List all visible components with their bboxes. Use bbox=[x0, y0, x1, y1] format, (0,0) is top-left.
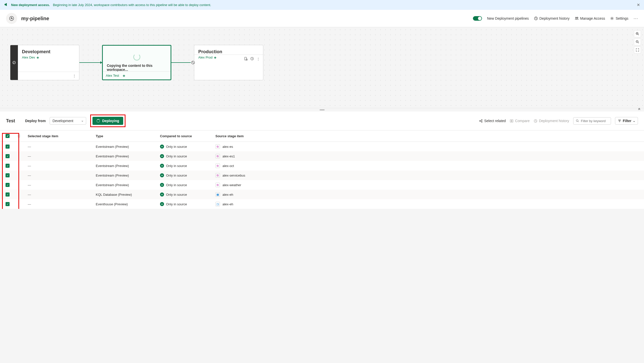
settings-link[interactable]: Settings bbox=[610, 16, 628, 20]
row-checkbox[interactable]: ✓ bbox=[6, 145, 10, 149]
page-title: my-pipeline bbox=[21, 16, 469, 21]
grip-icon: ═══ bbox=[320, 108, 324, 111]
header-compared[interactable]: Compared to source bbox=[160, 134, 210, 138]
svg-point-2 bbox=[575, 17, 576, 18]
zoom-in-button[interactable] bbox=[634, 30, 641, 37]
zoom-out-button[interactable] bbox=[634, 38, 641, 45]
history-icon bbox=[534, 119, 537, 123]
stage-prod-title: Production bbox=[198, 49, 259, 54]
item-type-icon: ⧉ bbox=[215, 144, 220, 149]
stage-dev-subtitle: Alex Dev ◈ bbox=[22, 55, 75, 59]
stage-production[interactable]: Production Alex Prod ◈ ⋮ bbox=[194, 45, 263, 80]
more-icon[interactable]: ⋮ bbox=[256, 57, 260, 61]
svg-point-14 bbox=[481, 121, 482, 122]
plus-icon: + bbox=[160, 154, 164, 158]
compared-value: Only in source bbox=[166, 154, 187, 158]
source-value: alex-es bbox=[222, 145, 233, 149]
selected-value: — bbox=[28, 183, 31, 187]
rules-icon[interactable] bbox=[244, 57, 248, 61]
expand-icon[interactable] bbox=[637, 108, 641, 112]
stage-dev-footer: ⋮ bbox=[18, 72, 79, 80]
source-value: alex-eh bbox=[222, 193, 233, 197]
search-input[interactable] bbox=[581, 119, 608, 123]
selected-value: — bbox=[28, 164, 31, 168]
svg-point-12 bbox=[479, 120, 480, 121]
source-value: alex-oct bbox=[222, 164, 234, 168]
rocket-icon bbox=[12, 61, 16, 65]
close-icon[interactable]: ✕ bbox=[637, 3, 640, 7]
stage-development[interactable]: Development Alex Dev ◈ ⋮ bbox=[10, 45, 79, 80]
table-row[interactable]: ✓ — Eventhouse (Preview) + Only in sourc… bbox=[0, 199, 644, 209]
new-pipelines-toggle[interactable] bbox=[473, 16, 482, 21]
megaphone-icon bbox=[4, 3, 8, 7]
plus-icon: + bbox=[160, 183, 164, 187]
deployment-history-link-2: Deployment history bbox=[534, 119, 569, 123]
row-checkbox[interactable]: ✓ bbox=[6, 192, 10, 197]
pipeline-logo bbox=[6, 13, 17, 24]
compared-value: Only in source bbox=[166, 145, 187, 149]
source-value: alex-es1 bbox=[222, 154, 235, 158]
compared-value: Only in source bbox=[166, 164, 187, 168]
header-selected[interactable]: Selected stage item bbox=[23, 134, 96, 138]
source-value: alex-weather bbox=[222, 183, 241, 187]
row-checkbox[interactable]: ✓ bbox=[6, 183, 10, 187]
table-row[interactable]: ✓ — Eventstream (Preview) + Only in sour… bbox=[0, 171, 644, 180]
type-value: KQL Database (Preview) bbox=[96, 193, 160, 197]
stage-dev-title: Development bbox=[22, 49, 75, 54]
deploying-button[interactable]: Deploying bbox=[92, 117, 123, 125]
svg-point-13 bbox=[481, 119, 482, 120]
chevron-down-icon: ⌄ bbox=[633, 119, 635, 123]
row-checkbox[interactable]: ✓ bbox=[6, 154, 10, 158]
deploy-from-label: Deploy from bbox=[25, 119, 46, 123]
item-type-icon: ⧉ bbox=[215, 154, 220, 158]
item-type-icon: ⧉ bbox=[215, 173, 220, 178]
stage-test-footer: Alex Test ◈ bbox=[103, 71, 171, 79]
copying-text: Copying the content to this workspace... bbox=[107, 64, 167, 72]
fit-button[interactable] bbox=[634, 46, 641, 53]
page-header: my-pipeline New Deployment pipelines Dep… bbox=[0, 10, 644, 27]
plus-icon: + bbox=[160, 202, 164, 206]
table-row[interactable]: ✓ — Eventstream (Preview) + Only in sour… bbox=[0, 151, 644, 161]
selected-value: — bbox=[28, 145, 31, 149]
row-checkbox[interactable]: ✓ bbox=[6, 202, 10, 206]
zoom-controls bbox=[634, 30, 641, 53]
pipeline-stages: Development Alex Dev ◈ ⋮ Copying the con… bbox=[10, 45, 634, 80]
deployment-history-link[interactable]: Deployment history bbox=[534, 16, 570, 20]
banner-text: Beginning in late July 2024, workspace c… bbox=[53, 3, 211, 7]
deployment-history-label: Deployment history bbox=[539, 16, 570, 20]
header-type[interactable]: Type bbox=[96, 134, 160, 138]
table-header: ✓ Selected stage item Type Compared to s… bbox=[0, 130, 644, 142]
gear-icon bbox=[610, 16, 614, 20]
more-icon[interactable]: ⋮ bbox=[73, 74, 76, 78]
collapse-icon[interactable] bbox=[15, 134, 23, 138]
diamond-icon: ◈ bbox=[37, 55, 39, 59]
plus-icon: + bbox=[160, 173, 164, 177]
plus-icon: + bbox=[160, 192, 164, 197]
row-checkbox[interactable]: ✓ bbox=[6, 164, 10, 168]
settings-label: Settings bbox=[616, 16, 628, 20]
header-actions: New Deployment pipelines Deployment hist… bbox=[473, 16, 638, 21]
source-value: alex-eh bbox=[222, 202, 233, 206]
history-icon[interactable] bbox=[250, 57, 254, 61]
stage-test[interactable]: Copying the content to this workspace...… bbox=[102, 45, 171, 80]
manage-access-link[interactable]: Manage Access bbox=[575, 16, 605, 20]
table-row[interactable]: ✓ — Eventstream (Preview) + Only in sour… bbox=[0, 161, 644, 171]
compare-icon bbox=[510, 119, 513, 123]
table-row[interactable]: ✓ — Eventstream (Preview) + Only in sour… bbox=[0, 142, 644, 151]
header-source[interactable]: Source stage item bbox=[210, 134, 644, 138]
more-icon[interactable]: ⋯ bbox=[633, 16, 638, 21]
select-all-checkbox[interactable]: ✓ bbox=[6, 134, 10, 138]
table-row[interactable]: ✓ — KQL Database (Preview) + Only in sou… bbox=[0, 190, 644, 199]
selected-value: — bbox=[28, 193, 31, 197]
toolbar-title: Test bbox=[6, 118, 15, 124]
select-related-link[interactable]: Select related bbox=[479, 119, 506, 123]
svg-rect-15 bbox=[510, 120, 511, 122]
table-row[interactable]: ✓ — Eventstream (Preview) + Only in sour… bbox=[0, 180, 644, 190]
panel-divider[interactable]: ═══ bbox=[0, 108, 644, 111]
deploy-from-select[interactable]: Development bbox=[50, 117, 86, 125]
info-banner: New deployment access. Beginning in late… bbox=[0, 0, 644, 10]
row-checkbox[interactable]: ✓ bbox=[6, 173, 10, 177]
search-box[interactable] bbox=[573, 117, 611, 125]
type-value: Eventstream (Preview) bbox=[96, 174, 160, 177]
filter-button[interactable]: Filter ⌄ bbox=[615, 117, 638, 125]
